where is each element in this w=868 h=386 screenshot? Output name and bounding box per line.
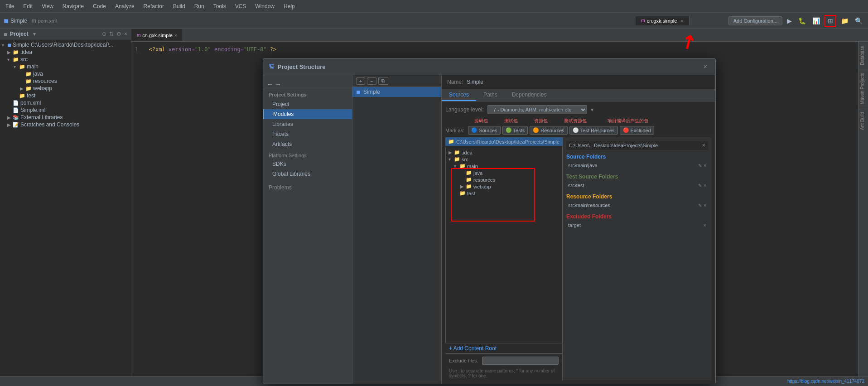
nav-problems[interactable]: Problems (263, 183, 352, 193)
back-button[interactable]: ← (267, 81, 273, 88)
menu-edit[interactable]: Edit (21, 2, 34, 10)
menu-window[interactable]: Window (253, 2, 276, 10)
copy-module-button[interactable]: ⧉ (378, 77, 388, 85)
maven-tab[interactable]: Maven Projects (858, 69, 868, 108)
menu-run[interactable]: Run (193, 2, 206, 10)
content-root-close-button[interactable]: × (702, 142, 705, 149)
project-switcher[interactable]: ◼ Simple m pom.xml (4, 17, 57, 24)
sources-tab-content: Language level: 7 - Diamonds, ARM, multi… (442, 101, 715, 384)
nav-facets[interactable]: Facets (263, 129, 352, 139)
tab-sources[interactable]: Sources (442, 89, 476, 101)
test-folder-edit-icon[interactable]: ✎ (698, 183, 702, 188)
menu-analyze[interactable]: Analyze (113, 2, 136, 10)
idea-folder-icon: 📁 (454, 150, 460, 155)
menu-vcs[interactable]: VCS (233, 2, 248, 10)
tab-dependencies[interactable]: Dependencies (505, 89, 554, 101)
tree-item-scratches[interactable]: ▶ 📝 Scratches and Consoles (0, 121, 131, 128)
sources-main-area: 📁 C:\Users\Ricardo\Desktop\IdeaProjects\… (445, 137, 712, 380)
debug-button[interactable]: 🐛 (796, 16, 808, 25)
mark-test-resources-button[interactable]: ⚪ Test Resources (569, 126, 618, 135)
highlighted-button: ⊞ (825, 15, 836, 27)
dialog-close-button[interactable]: × (701, 62, 710, 71)
st-item-resources[interactable]: 📁 resources (448, 176, 560, 183)
build-button[interactable]: ⊞ (826, 16, 835, 25)
editor-tab-cn-gxk[interactable]: m cn.gxk.simple × (131, 29, 183, 41)
locate-icon[interactable]: ⊙ (102, 31, 106, 37)
module-name-input[interactable] (467, 79, 535, 85)
tree-item-external-libs[interactable]: ▶ 📚 External Libraries (0, 114, 131, 121)
search-button[interactable]: 🔍 (853, 16, 864, 25)
mark-excluded-button[interactable]: 🔴 Excluded (620, 126, 654, 135)
source-folder-remove-icon[interactable]: × (704, 163, 706, 168)
menu-code[interactable]: Code (91, 2, 108, 10)
open-button[interactable]: 📁 (839, 16, 850, 25)
language-level-select[interactable]: 7 - Diamonds, ARM, multi-catch etc. (487, 105, 587, 114)
resource-folder-remove-icon[interactable]: × (704, 203, 706, 208)
profile-button[interactable]: 📊 (810, 16, 822, 25)
menu-build[interactable]: Build (171, 2, 187, 10)
mark-resources-button[interactable]: 🟠 Resources (530, 126, 568, 135)
language-level-label: Language level: (445, 106, 484, 113)
tree-item-webapp[interactable]: ▶ 📁 webapp (0, 85, 131, 92)
run-button[interactable]: ▶ (785, 16, 794, 25)
nav-project[interactable]: Project (263, 99, 352, 109)
tree-item-main[interactable]: ▾ 📁 main (0, 63, 131, 70)
mark-sources-button[interactable]: 🔵 Sources (468, 126, 500, 135)
add-configuration-button[interactable]: Add Configuration... (728, 16, 782, 25)
sources-file-tree[interactable]: ▶ 📁 .idea ▾ 📁 src (445, 147, 562, 343)
dialog-icon: 🏗 (269, 63, 274, 70)
add-module-button[interactable]: + (356, 77, 365, 85)
pom-tab[interactable]: pom.xml (38, 18, 57, 24)
project-dropdown-icon[interactable]: ▾ (33, 31, 36, 37)
database-tab[interactable]: Database (858, 42, 868, 69)
menu-refactor[interactable]: Refactor (142, 2, 166, 10)
excluded-folder-remove-icon[interactable]: × (704, 222, 706, 228)
menu-help[interactable]: Help (282, 2, 297, 10)
editor-content[interactable]: 1 <?xml version="1.0" encoding="UTF-8" ?… (131, 42, 868, 57)
exclude-files-input[interactable] (482, 357, 559, 365)
st-item-webapp[interactable]: ▶ 📁 webapp (448, 183, 560, 190)
menu-tools[interactable]: Tools (212, 2, 228, 10)
close-tab-icon[interactable]: × (680, 18, 683, 24)
st-item-main[interactable]: ▾ 📁 main (448, 163, 560, 169)
tree-item-iml[interactable]: 📄 Simple.iml (0, 106, 131, 114)
forward-button[interactable]: → (275, 81, 281, 88)
close-editor-tab-icon[interactable]: × (174, 33, 177, 38)
tree-item-pom[interactable]: 📄 pom.xml (0, 99, 131, 106)
settings-icon[interactable]: ⚙ (116, 31, 121, 37)
resource-folder-edit-icon[interactable]: ✎ (698, 203, 702, 208)
project-name: Simple (10, 18, 27, 24)
st-item-idea[interactable]: ▶ 📁 .idea (448, 149, 560, 156)
ant-build-tab[interactable]: Ant Build (858, 108, 868, 134)
active-editor-tab[interactable]: m cn.gxk.simple × (636, 16, 689, 25)
tree-item-resources[interactable]: 📁 resources (0, 77, 131, 85)
expand-icon[interactable]: ⇅ (109, 31, 114, 37)
name-label: Name: (447, 79, 463, 85)
menu-file[interactable]: File (4, 2, 16, 10)
st-item-java[interactable]: 📁 java (448, 169, 560, 176)
test-folder-icon: 📁 (459, 190, 466, 196)
tree-item-src[interactable]: ▾ 📁 src (0, 56, 131, 63)
nav-artifacts[interactable]: Artifacts (263, 139, 352, 149)
add-content-root-button[interactable]: + Add Content Root (445, 343, 562, 353)
test-folder-remove-icon[interactable]: × (704, 183, 706, 188)
module-simple[interactable]: ◼ Simple (352, 87, 441, 97)
nav-libraries[interactable]: Libraries (263, 119, 352, 129)
st-item-test[interactable]: 📁 test (448, 190, 560, 197)
tree-item-test[interactable]: 📁 test (0, 92, 131, 99)
excluded-folders-title: Excluded Folders (566, 213, 708, 220)
tab-paths[interactable]: Paths (476, 89, 505, 101)
nav-global-libraries[interactable]: Global Libraries (263, 169, 352, 179)
nav-modules[interactable]: Modules (263, 109, 352, 119)
tree-item-java[interactable]: 📁 java (0, 70, 131, 77)
st-item-src[interactable]: ▾ 📁 src (448, 156, 560, 163)
remove-module-button[interactable]: − (367, 77, 376, 85)
menu-navigate[interactable]: Navigate (61, 2, 86, 10)
source-folder-edit-icon[interactable]: ✎ (698, 163, 702, 168)
close-panel-icon[interactable]: × (124, 31, 127, 37)
tree-item-simple[interactable]: ▾ ◼ Simple C:\Users\Ricardo\Desktop\Idea… (0, 41, 131, 48)
mark-tests-button[interactable]: 🟢 Tests (502, 126, 528, 135)
nav-sdks[interactable]: SDKs (263, 159, 352, 169)
tree-item-idea[interactable]: ▶ 📁 .idea (0, 48, 131, 56)
menu-view[interactable]: View (40, 2, 55, 10)
